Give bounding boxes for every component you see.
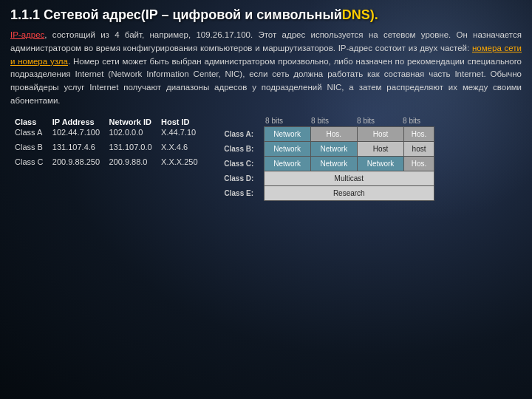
bottom-section: Class IP Address Network ID Host ID Clas… [10,117,522,201]
class-a-network: 102.0.0.0 [105,127,157,137]
table-row: Class A 102.44.7.100 102.0.0.0 X.44.7.10 [10,127,202,137]
cell-b-network2: Network [310,141,357,156]
diagram-label-c: Class C: [214,156,264,171]
cell-c-host: Hos. [404,156,434,171]
class-diagram-table: Class A: Network Hos. Host Hos. Class B:… [214,126,434,201]
diagram-label-b: Class B: [214,141,264,156]
cell-d-multicast: Multicast [264,171,434,185]
diagram-label-e: Class E: [214,185,264,200]
bits-label-4: 8 bits [389,117,434,125]
class-b-network: 131.107.0.0 [105,142,157,152]
diagram-row-d: Class D: Multicast [214,171,434,185]
class-c-network: 200.9.88.0 [105,157,157,167]
right-diagram: 8 bits 8 bits 8 bits 8 bits Class A: Net… [214,117,434,201]
cell-a-host3: Hos. [404,126,434,141]
class-a-ip: 102.44.7.100 [48,127,105,137]
body-paragraph: IP-адрес, состоящий из 4 байт, например,… [10,29,522,108]
title-suffix: DNS). [342,7,378,22]
bits-label-2: 8 bits [297,117,343,125]
bits-label-3: 8 bits [343,117,389,125]
left-class-table: Class IP Address Network ID Host ID Clas… [10,117,202,201]
col-network: Network ID [105,117,157,127]
body-text-2: . Номер сети может быть выбран администр… [10,57,522,105]
page-title: 1.1.1 Сетевой адрес(IP – цифровой и симв… [10,7,522,23]
col-host: Host ID [157,117,202,127]
table-row: Class B 131.107.4.6 131.107.0.0 X.X.4.6 [10,142,202,152]
class-b-ip: 131.107.4.6 [48,142,105,152]
bits-header-row: 8 bits 8 bits 8 bits 8 bits [214,117,434,125]
diagram-row-a: Class A: Network Hos. Host Hos. [214,126,434,141]
class-b-label: Class B [10,142,48,152]
cell-b-host1: Host [357,141,403,156]
cell-c-network1: Network [264,156,310,171]
main-content: 1.1.1 Сетевой адрес(IP – цифровой и симв… [0,0,532,207]
class-c-label: Class C [10,157,48,167]
cell-e-research: Research [264,185,434,200]
table-row: Class C 200.9.88.250 200.9.88.0 X.X.X.25… [10,157,202,167]
class-b-host: X.X.4.6 [157,142,202,152]
class-a-label: Class A [10,127,48,137]
cell-a-host1: Hos. [310,126,357,141]
cell-c-network3: Network [357,156,403,171]
col-class: Class [10,117,48,127]
class-a-host: X.44.7.10 [157,127,202,137]
cell-c-network2: Network [310,156,357,171]
diagram-label-a: Class A: [214,126,264,141]
col-ip: IP Address [48,117,105,127]
diagram-row-e: Class E: Research [214,185,434,200]
body-text-1: , состоящий из 4 байт, например, 109.26.… [10,30,522,52]
diagram-row-c: Class C: Network Network Network Hos. [214,156,434,171]
diagram-label-d: Class D: [214,171,264,185]
class-c-host: X.X.X.250 [157,157,202,167]
cell-a-network: Network [264,126,310,141]
cell-b-host2: host [404,141,434,156]
bits-label-1: 8 bits [251,117,297,125]
highlight-ip-addr: IP-адрес [10,30,44,39]
class-c-ip: 200.9.88.250 [48,157,105,167]
diagram-row-b: Class B: Network Network Host host [214,141,434,156]
cell-a-host2: Host [357,126,403,141]
cell-b-network1: Network [264,141,310,156]
title-main: 1.1.1 Сетевой адрес(IP – цифровой и симв… [10,7,342,22]
